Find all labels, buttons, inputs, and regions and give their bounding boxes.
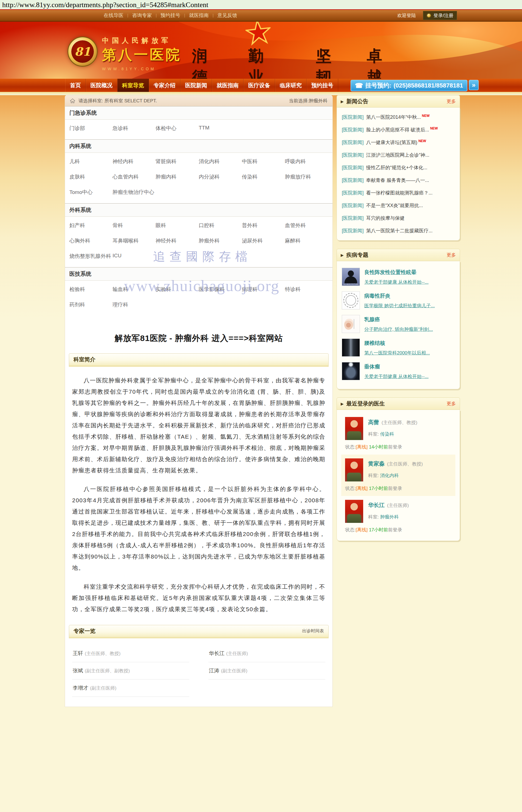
news-more-link[interactable]: 更多: [446, 98, 456, 104]
dept-link[interactable]: 急诊科: [113, 121, 156, 136]
dept-link[interactable]: 肿瘤放疗科: [285, 169, 328, 185]
dept-link[interactable]: 心胸外科: [69, 233, 113, 248]
news-item[interactable]: [医院新闻]不是一患“XX炎”就要用抗...: [341, 199, 455, 212]
doctors-more-link[interactable]: 更多: [446, 401, 456, 407]
expert-item[interactable]: 王轩(主任医师、教授): [72, 645, 189, 662]
disease-name[interactable]: 乳腺癌: [364, 316, 433, 323]
dept-link[interactable]: 实验科: [156, 282, 199, 297]
news-item[interactable]: [医院新闻]八一健康大讲坛(第五期)NEW: [341, 136, 455, 149]
news-item[interactable]: [医院新闻]看一张柠檬图就能测乳腺癌？...: [341, 186, 455, 199]
home-icon[interactable]: [70, 99, 75, 103]
dept-link[interactable]: 普外科: [242, 218, 285, 233]
doctor-dept[interactable]: 肿瘤外科: [380, 514, 399, 520]
nav-item-7[interactable]: 医疗设备: [244, 79, 275, 92]
dept-link[interactable]: 神经外科: [156, 233, 199, 248]
expert-item[interactable]: 江涛(副主任医师): [208, 662, 326, 679]
dept-link[interactable]: 麻醉科: [285, 233, 328, 248]
nav-item-9[interactable]: 预约挂号: [307, 79, 338, 92]
dept-link[interactable]: 心血管内科: [113, 169, 156, 185]
expert-item[interactable]: 李增才(副主任医师): [72, 679, 189, 697]
dept-link[interactable]: 口腔科: [199, 218, 242, 233]
dept-link[interactable]: 呼吸内科: [285, 154, 328, 169]
disease-name[interactable]: 垂体瘤: [364, 363, 428, 370]
news-item[interactable]: [医院新闻]脸上的小黑痣抠不得 破溃后...NEW: [341, 123, 455, 136]
dept-link[interactable]: 肿瘤外科: [199, 233, 242, 248]
disease-link[interactable]: 医学极限 她切七成肝给重病儿子...: [364, 303, 435, 309]
dept-link[interactable]: 耳鼻咽喉科: [113, 233, 156, 248]
dept-link[interactable]: 门诊部: [69, 121, 113, 136]
top-link-3[interactable]: 预约挂号: [160, 12, 180, 19]
dept-link[interactable]: 中医科: [242, 154, 285, 169]
news-item[interactable]: [医院新闻]奉献青春 服务青奥——八一...: [341, 174, 455, 186]
doctor-item[interactable]: 高蕾(主任医师、教授)科室:传染科状态:[离线] 14小时前前登录: [341, 413, 455, 454]
schedule-link[interactable]: 出诊时间表: [302, 628, 324, 634]
nav-item-2[interactable]: 医院概况: [86, 79, 117, 92]
nav-item-4[interactable]: 专家介绍: [149, 79, 180, 92]
phone-badge-arrow-button[interactable]: »: [469, 80, 479, 90]
disease-link[interactable]: 分子靶向治疗, 斩向肿瘤新“利剑...: [364, 326, 433, 332]
doctor-item[interactable]: 华长江(主任医师)科室:肿瘤外科状态:[离线] 17小时前前登录: [341, 496, 455, 537]
disease-name[interactable]: 良性阵发性位置性眩晕: [364, 269, 428, 276]
dept-link[interactable]: 内分泌科: [199, 169, 242, 185]
dept-link[interactable]: 肿瘤生物治疗中心: [113, 185, 156, 200]
dept-link[interactable]: 传染科: [242, 169, 285, 185]
booking-phone-badge[interactable]: ☎ 挂号预约: (025)85868181/85878181: [350, 80, 467, 92]
dept-link[interactable]: 消化内科: [199, 154, 242, 169]
dept-link[interactable]: 药剂科: [69, 297, 113, 312]
dept-link[interactable]: 体检中心: [156, 121, 199, 136]
hospital-logo[interactable]: 81: [67, 37, 98, 67]
disease-item[interactable]: 乳腺癌分子靶向治疗, 斩向肿瘤新“利剑...: [342, 315, 455, 333]
news-item[interactable]: [医院新闻]第八一医院第十二批援藏医疗...: [341, 224, 455, 237]
dept-link[interactable]: 检验科: [69, 282, 113, 297]
doctor-name[interactable]: 黄家淼: [368, 461, 385, 467]
nav-item-5[interactable]: 医院新闻: [180, 79, 212, 92]
disease-name[interactable]: 腰椎结核: [364, 340, 430, 347]
browser-url-bar[interactable]: http://www.81yy.com/departments.php?sect…: [0, 0, 522, 10]
disease-name[interactable]: 病毒性肝炎: [364, 292, 435, 300]
dept-link[interactable]: 神经内科: [113, 154, 156, 169]
nav-item-3[interactable]: 科室导览: [117, 79, 149, 92]
department-page-title[interactable]: 解放军81医院 - 肿瘤外科 进入===>科室网站: [65, 333, 333, 344]
doctor-dept[interactable]: 消化内科: [380, 473, 399, 478]
news-item[interactable]: [医院新闻]江浙沪三地医院网上会诊“神...: [341, 149, 455, 161]
disease-link[interactable]: 关爱老干部健康 从体检开始--...: [364, 373, 428, 380]
doctor-dept[interactable]: 传染科: [380, 431, 394, 437]
doctor-name[interactable]: 华长江: [368, 502, 385, 508]
expert-item[interactable]: 张斌(副主任医师、副教授): [72, 662, 189, 679]
doctor-item[interactable]: 黄家淼(主任医师、教授)科室:消化内科状态:[离线] 17小时前前登录: [341, 454, 455, 496]
disease-item[interactable]: 垂体瘤关爱老干部健康 从体检开始--...: [342, 362, 455, 380]
dept-link[interactable]: 肾脏病科: [156, 154, 199, 169]
disease-item[interactable]: 腰椎结核第八一医院骨科2000年以后相...: [342, 339, 455, 357]
dept-link[interactable]: 医学影像科: [199, 282, 242, 297]
dept-link[interactable]: 血管外科: [285, 218, 328, 233]
dept-link[interactable]: 妇产科: [69, 218, 113, 233]
news-item[interactable]: [医院新闻]第八一医院2014年“中秋...NEW: [341, 111, 455, 123]
login-register-button[interactable]: 登录/注册: [423, 11, 457, 20]
dept-link[interactable]: 儿科: [69, 154, 113, 169]
disease-item[interactable]: 病毒性肝炎医学极限 她切七成肝给重病儿子...: [342, 291, 455, 309]
disease-item[interactable]: NO HEAD PICTURE良性阵发性位置性眩晕关爱老干部健康 从体检开始--…: [342, 268, 455, 286]
top-link-5[interactable]: 意见反馈: [218, 12, 237, 19]
doctor-name[interactable]: 高蕾: [368, 419, 379, 425]
dept-link[interactable]: 肿瘤内科: [156, 169, 199, 185]
dept-link[interactable]: 病理科: [242, 282, 285, 297]
top-link-4[interactable]: 就医指南: [189, 12, 209, 19]
disease-link[interactable]: 第八一医院骨科2000年以后相...: [364, 350, 430, 356]
disease-link[interactable]: 关爱老干部健康 从体检开始--...: [364, 279, 428, 285]
dept-link[interactable]: 烧伤整形乳腺外科: [69, 248, 113, 264]
top-link-1[interactable]: 在线导医: [104, 12, 123, 19]
dept-link[interactable]: Tomo中心: [69, 185, 113, 200]
nav-item-1[interactable]: 首页: [65, 79, 86, 92]
nav-item-8[interactable]: 临床研究: [275, 79, 307, 92]
dept-link[interactable]: 特诊科: [285, 282, 328, 297]
diseases-more-link[interactable]: 更多: [446, 252, 456, 258]
dept-link[interactable]: TTM: [199, 121, 242, 136]
news-item[interactable]: [医院新闻]慢性乙肝的“规范化+个体化...: [341, 161, 455, 174]
dept-link[interactable]: 骨科: [113, 218, 156, 233]
top-link-2[interactable]: 咨询专家: [132, 12, 152, 19]
dept-link[interactable]: 输血科: [113, 282, 156, 297]
dept-link[interactable]: ICU: [113, 248, 156, 264]
dept-link[interactable]: 泌尿外科: [242, 233, 285, 248]
dept-link[interactable]: 眼科: [156, 218, 199, 233]
current-selection-value[interactable]: 肿瘤外科: [309, 98, 327, 103]
